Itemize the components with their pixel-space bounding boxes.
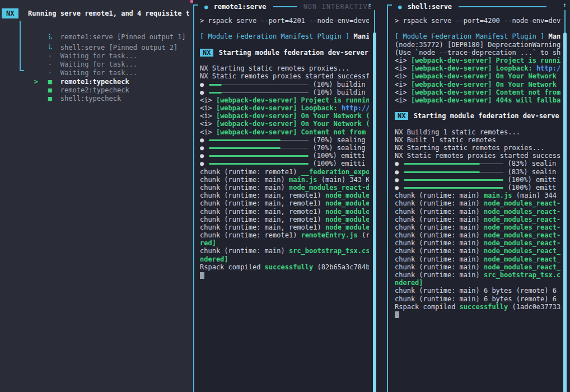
terminal-line: ● (70%) sealing — [200, 136, 369, 144]
terminal-line: <i> [webpack-dev-server] On Your Network — [395, 72, 560, 80]
terminal-line: ● (70%) sealing — [200, 144, 369, 152]
terminal-line — [200, 57, 369, 64]
pane-header: ● shell:serve — [398, 2, 555, 11]
pane-header: ● remote1:serve NON-INTERACTIVE — [204, 2, 372, 11]
terminal-line: red] — [200, 239, 369, 247]
scrollbar-thumb[interactable] — [373, 32, 376, 392]
terminal-line: ● (100%) emitt — [395, 184, 560, 192]
terminal-line: chunk (runtime: main) 6 bytes (remote) 6 — [395, 287, 560, 295]
typecheck-label: remote2:typecheck — [60, 86, 129, 94]
typecheck-list: >■remote1:typecheck ■remote2:typecheck ■… — [0, 69, 190, 95]
terminal-line: chunk (runtime: main) node_modules_react… — [200, 184, 369, 192]
progress-bar — [209, 153, 309, 160]
pane-title[interactable]: shell:serve — [408, 3, 452, 11]
scroll-up-icon[interactable]: ↑ — [563, 2, 567, 8]
terminal-line: chunk (runtime: main) node_modules_react… — [395, 223, 560, 231]
task-label: remote1:serve [Pinned output 1] — [60, 33, 186, 41]
progress-bar — [209, 81, 309, 88]
terminal-line: chunk (runtime: main) node_modules_react… — [395, 239, 560, 247]
pane-title[interactable]: remote1:serve — [214, 3, 267, 11]
header-rule — [459, 6, 546, 7]
terminal-line: <i> [webpack-dev-server] On Your Network — [395, 81, 560, 88]
scrollbar-thumb[interactable] — [563, 32, 567, 392]
terminal-line: chunk (runtime: main) node_modules_react… — [395, 231, 560, 239]
scrollbar-track[interactable] — [374, 10, 375, 32]
terminal-line: ● (10%) buildin — [200, 81, 369, 88]
terminal-line: <i> [webpack-dev-server] Content not fro… — [200, 128, 369, 136]
terminal-line: chunk (runtime: main) node_modules_react… — [395, 216, 560, 223]
progress-bar — [209, 145, 309, 152]
selection-caret-icon: > — [32, 78, 48, 86]
terminal-line: ● (100%) emitti — [200, 160, 369, 167]
terminal-line: chunk (runtime: main, remote1) node_modu… — [200, 216, 369, 223]
nx-badge: NX — [2, 8, 18, 18]
spinner-icon: ⠧ — [48, 44, 60, 52]
header-rule — [273, 6, 297, 7]
tasks-pane: NX Running serve remote1, and 4 requisit… — [0, 0, 190, 392]
pane-border — [387, 4, 388, 392]
nx-terminal-app: NX Running serve remote1, and 4 requisit… — [0, 0, 570, 392]
terminal-line — [395, 25, 560, 32]
terminal-line: <i> [webpack-dev-server] Loopback: http:… — [395, 64, 560, 72]
terminal-line: chunk (runtime: main) main.js (main) 343… — [200, 176, 369, 184]
terminal-line: <i> [webpack-dev-server] On Your Network… — [200, 120, 369, 128]
progress-bar — [404, 176, 503, 183]
pane-border-corner — [387, 4, 392, 6]
task-label: Waiting for task... — [60, 60, 137, 68]
terminal-line: chunk (runtime: main, remote1) node_modu… — [200, 223, 369, 231]
progress-bar — [209, 161, 309, 167]
typecheck-row-remote1[interactable]: >■remote1:typecheck — [0, 69, 190, 78]
terminal-line: chunk (runtime: main) src_bootstrap_tsx.… — [200, 247, 369, 255]
progress-bar — [209, 137, 309, 143]
progress-bar — [404, 161, 503, 167]
terminal-line: chunk (runtime: remote1) __federation_ex… — [200, 168, 369, 176]
terminal-line: chunk (runtime: main) node_modules_react… — [395, 208, 560, 216]
scroll-up-icon[interactable]: ↑ — [368, 2, 372, 8]
terminal-line: ● (100%) emitti — [200, 152, 369, 160]
terminal-line: ndered] — [200, 255, 369, 263]
terminal-line: Rspack compiled successfully (1adc0e3773… — [395, 303, 560, 311]
terminal-line: <i> [webpack-dev-server] Loopback: http:… — [200, 104, 369, 112]
terminal-line: [ Module Federation Manifest Plugin ] Ma… — [200, 32, 369, 40]
terminal-output: > rspack serve --port=4201 --node-env=de… — [200, 17, 369, 279]
terminal-line: NX Static remotes proxies started succes… — [395, 152, 560, 160]
pane-border — [193, 4, 194, 392]
terminal-line: chunk (runtime: main, remote1) node_modu… — [200, 199, 369, 207]
terminal-line: NX Built 1 static remotes — [395, 136, 560, 144]
terminal-line: (node:35772) [DEP0180] DeprecationWarnin… — [395, 41, 560, 49]
spinner-icon: ⠧ — [48, 33, 60, 41]
pane-remote1-serve: ● remote1:serve NON-INTERACTIVE ↑ > rspa… — [193, 0, 387, 392]
progress-bar — [404, 184, 503, 191]
terminal-line — [200, 271, 369, 279]
status-dot-icon: ● — [398, 3, 402, 11]
non-interactive-label: NON-INTERACTIVE — [303, 3, 372, 11]
terminal-line: (Use `node --trace-deprecation ...` to s… — [395, 49, 560, 57]
terminal-line: chunk (runtime: main, remote1) node_modu… — [200, 208, 369, 216]
terminal-line: ndered] — [395, 279, 560, 287]
terminal-line: <i> [webpack-dev-server] Project is runn… — [395, 57, 560, 64]
terminal-line: NX Starting static remotes proxies... — [200, 64, 369, 72]
terminal-line: NX Starting static remotes proxies... — [395, 144, 560, 152]
task-label: shell:serve [Pinned output 2] — [60, 44, 178, 52]
terminal-line: <i> [webpack-dev-server] On Your Network… — [200, 112, 369, 120]
scrollbar-track[interactable] — [564, 10, 566, 32]
terminal-line — [200, 25, 369, 32]
pending-dot-icon: · — [48, 52, 60, 60]
terminal-output: > rspack serve --port=4200 --node-env=de… — [395, 17, 560, 319]
pending-dot-icon: · — [48, 60, 60, 69]
typecheck-label: shell:typecheck — [60, 95, 121, 102]
terminal-line: chunk (runtime: main, remote1) node_modu… — [200, 192, 369, 199]
terminal-line: Rspack compiled successfully (82b65a3c78… — [200, 263, 369, 271]
terminal-line: NX Starting module federation dev-server — [200, 49, 369, 57]
pane-border-corner — [193, 4, 198, 6]
terminal-line: chunk (runtime: remote1) remoteEntry.js … — [200, 231, 369, 239]
task-row-remote1-serve[interactable]: ⠧remote1:serve [Pinned output 1] — [0, 25, 190, 33]
status-dot-icon: ● — [204, 3, 208, 11]
terminal-line: chunk (runtime: main) 6 bytes (remote) 6 — [395, 295, 560, 303]
terminal-line: chunk (runtime: main) main.js (main) 344 — [395, 192, 560, 199]
terminal-line: <i> [webpack-dev-server] Project is runn… — [200, 96, 369, 104]
typecheck-label: remote1:typecheck — [60, 78, 129, 86]
square-icon: ■ — [48, 95, 60, 103]
terminal-line: NX Static remotes proxies started succes… — [200, 72, 369, 80]
terminal-line: > rspack serve --port=4201 --node-env=de… — [200, 17, 369, 25]
